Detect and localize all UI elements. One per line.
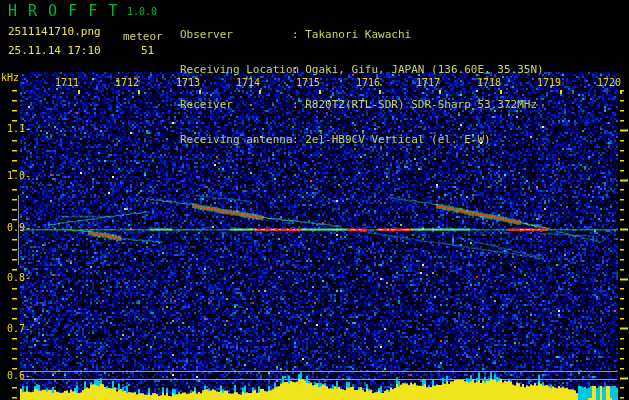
echo-count: 51 xyxy=(141,45,154,56)
x-axis-label: 1718 xyxy=(469,78,509,88)
x-axis-label: 1711 xyxy=(47,78,87,88)
y-axis-unit-label: kHz xyxy=(1,73,19,83)
x-axis-label: 1715 xyxy=(288,78,328,88)
info-separator: : xyxy=(292,98,305,111)
x-axis-label: 1714 xyxy=(228,78,268,88)
y-axis-label: 0.8- xyxy=(0,273,31,283)
info-label: Receiving antenna xyxy=(180,134,292,145)
app-version: 1.0.0 xyxy=(127,7,157,17)
observation-datetime: 25.11.14 17:10 xyxy=(8,45,101,56)
info-separator: : xyxy=(292,28,305,41)
y-axis-label: 0.7- xyxy=(0,324,31,334)
y-axis-label: 1.1- xyxy=(0,124,31,134)
info-value: 2el-HB9CV Vertical (el. E-W) xyxy=(305,133,490,146)
info-value: Ogaki, Gifu, JAPAN (136.60E, 35.35N) xyxy=(305,63,543,76)
info-separator: : xyxy=(292,133,305,146)
info-separator: : xyxy=(292,63,305,76)
info-value: R820T2(RTL-SDR) SDR-Sharp 53.372MHz xyxy=(305,98,537,111)
observer-info: Observer: Takanori Kawachi Receiving Loc… xyxy=(180,7,544,169)
info-label: Receiving Location xyxy=(180,64,292,75)
info-row: Receiver: R820T2(RTL-SDR) SDR-Sharp 53.3… xyxy=(180,99,544,112)
x-axis-label: 1712 xyxy=(107,78,147,88)
info-row: Observer: Takanori Kawachi xyxy=(180,29,544,42)
mode-label: meteor xyxy=(123,31,163,42)
y-axis-label: 0.6- xyxy=(0,371,31,381)
output-filename: 2511141710.png xyxy=(8,26,101,37)
info-value: Takanori Kawachi xyxy=(305,28,411,41)
x-axis-label: 1720 xyxy=(589,78,629,88)
hrofft-screen: H R O F F T 1.0.0 2511141710.png meteor … xyxy=(0,0,629,400)
y-axis-label: 0.9- xyxy=(0,223,31,233)
app-title: H R O F F T xyxy=(8,4,118,19)
x-axis-label: 1713 xyxy=(168,78,208,88)
info-row: Receiving antenna: 2el-HB9CV Vertical (e… xyxy=(180,134,544,147)
info-label: Receiver xyxy=(180,99,292,110)
x-axis-label: 1716 xyxy=(348,78,388,88)
y-axis-label: 1.0- xyxy=(0,171,31,181)
info-row: Receiving Location: Ogaki, Gifu, JAPAN (… xyxy=(180,64,544,77)
x-axis-label: 1717 xyxy=(408,78,448,88)
x-axis-label: 1719 xyxy=(529,78,569,88)
info-label: Observer xyxy=(180,29,292,40)
